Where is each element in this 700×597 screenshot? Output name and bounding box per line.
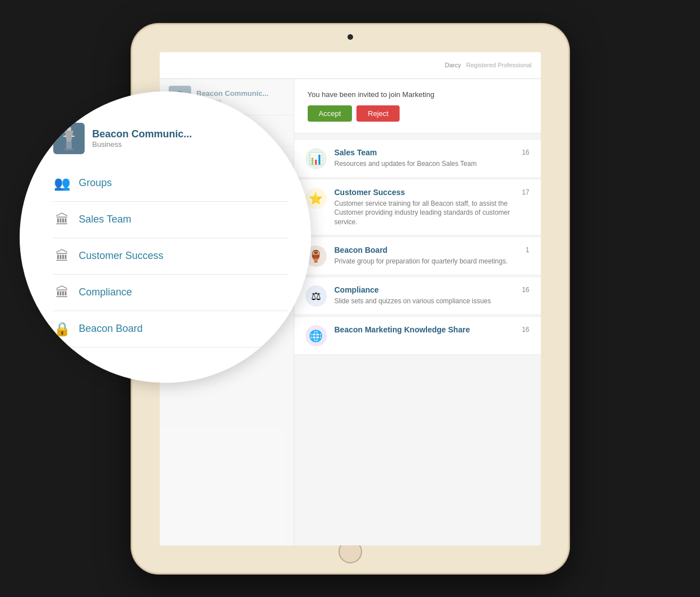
customer-success-group-name: Customer Success <box>335 188 405 197</box>
zoom-compliance-label: Compliance <box>79 286 132 298</box>
sales-team-group-count: 16 <box>522 149 529 156</box>
accept-button[interactable]: Accept <box>308 105 353 122</box>
group-item-customer-success[interactable]: ⭐ Customer Success 17 Customer service t… <box>294 180 541 235</box>
zoom-circle-overlay: Beacon Communic... Business 👥 Groups 🏛 S… <box>20 91 311 383</box>
zoom-subtitle: Business <box>92 140 192 149</box>
zoom-beacon-board-label: Beacon Board <box>79 323 143 335</box>
compliance-group-name: Compliance <box>335 285 379 294</box>
compliance-group-desc: Slide sets and quizzes on various compli… <box>335 297 530 306</box>
compliance-group-count: 16 <box>522 286 529 294</box>
zoom-compliance-icon: 🏛 <box>53 285 71 300</box>
zoom-nav-sales-team[interactable]: 🏛 Sales Team <box>53 202 289 238</box>
zoom-customer-success-icon: 🏛 <box>53 248 71 264</box>
zoom-inner: Beacon Communic... Business 👥 Groups 🏛 S… <box>20 91 311 383</box>
zoom-nav-groups[interactable]: 👥 Groups <box>53 165 289 202</box>
sales-team-group-name: Sales Team <box>335 148 377 157</box>
zoom-header: Beacon Communic... Business <box>53 114 289 165</box>
group-item-beacon-marketing[interactable]: 🌐 Beacon Marketing Knowledge Share 16 <box>294 317 541 355</box>
zoom-sales-label: Sales Team <box>79 214 132 225</box>
beacon-marketing-group-info: Beacon Marketing Knowledge Share 16 <box>335 325 530 336</box>
group-item-compliance[interactable]: ⚖ Compliance 16 Slide sets and quizzes o… <box>294 277 541 315</box>
beacon-board-group-count: 1 <box>526 246 530 254</box>
svg-rect-0 <box>67 127 71 131</box>
zoom-beacon-board-icon: 🔒 <box>53 321 71 337</box>
group-list: 📊 Sales Team 16 Resources and updates fo… <box>294 133 541 362</box>
beacon-marketing-group-name: Beacon Marketing Knowledge Share <box>335 325 470 334</box>
svg-rect-3 <box>64 149 73 150</box>
customer-success-group-info: Customer Success 17 Customer service tra… <box>335 188 530 227</box>
invite-buttons: Accept Reject <box>308 105 527 122</box>
zoom-title: Beacon Communic... <box>92 128 192 140</box>
zoom-nav-beacon-board[interactable]: 🔒 Beacon Board <box>53 311 289 348</box>
zoom-groups-icon: 👥 <box>53 175 71 191</box>
sales-team-group-desc: Resources and updates for Beacon Sales T… <box>335 159 530 169</box>
ipad-frame: Darcy Registered Professional 🏛 Beacon C… <box>132 24 569 573</box>
zoom-content: Beacon Communic... Business 👥 Groups 🏛 S… <box>53 114 289 348</box>
user-role: Registered Professional <box>466 62 532 68</box>
zoom-customer-success-label: Customer Success <box>79 250 164 262</box>
group-item-beacon-board[interactable]: 🏺 Beacon Board 1 Private group for prepa… <box>294 238 541 275</box>
reject-button[interactable]: Reject <box>356 105 400 122</box>
compliance-group-info: Compliance 16 Slide sets and quizzes on … <box>335 285 530 306</box>
invite-message: You have been invited to join Marketing <box>308 90 527 99</box>
customer-success-group-desc: Customer service training for all Beacon… <box>335 199 530 227</box>
customer-success-group-count: 17 <box>522 188 529 196</box>
zoom-nav-compliance[interactable]: 🏛 Compliance <box>53 275 289 311</box>
beacon-board-group-name: Beacon Board <box>335 246 388 254</box>
zoom-sales-icon: 🏛 <box>53 212 71 228</box>
sales-team-group-info: Sales Team 16 Resources and updates for … <box>335 148 530 169</box>
zoom-groups-label: Groups <box>79 177 112 189</box>
ipad-camera <box>347 34 353 40</box>
zoom-nav-customer-success[interactable]: 🏛 Customer Success <box>53 238 289 275</box>
beacon-marketing-group-count: 16 <box>522 326 529 334</box>
beacon-board-group-info: Beacon Board 1 Private group for prepara… <box>335 246 530 266</box>
svg-rect-2 <box>66 142 72 149</box>
group-item-sales-team[interactable]: 📊 Sales Team 16 Resources and updates fo… <box>294 140 541 178</box>
zoom-logo <box>53 123 85 154</box>
screen-header: Darcy Registered Professional <box>160 52 541 79</box>
beacon-board-group-desc: Private group for preparation for quarte… <box>335 257 530 266</box>
main-panel: You have been invited to join Marketing … <box>294 79 541 545</box>
invite-banner: You have been invited to join Marketing … <box>294 79 541 133</box>
user-name: Darcy <box>445 62 461 68</box>
